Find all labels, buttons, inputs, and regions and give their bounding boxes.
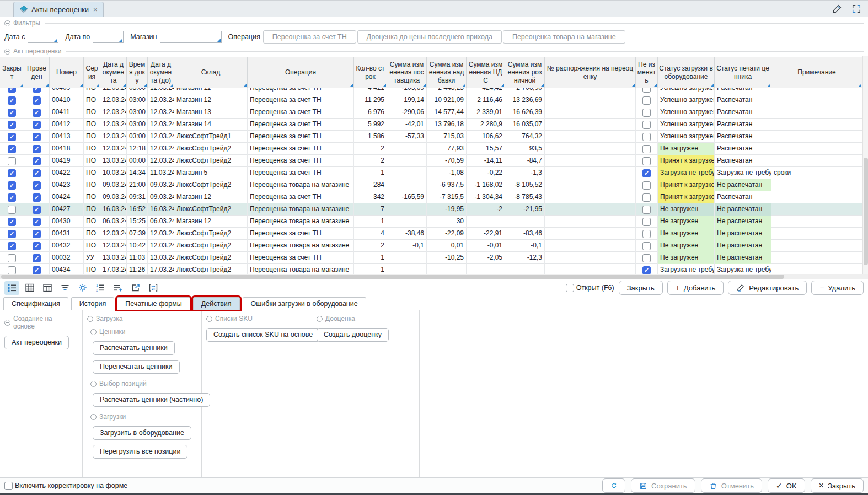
edit-pencil-icon[interactable] xyxy=(832,3,843,14)
row-checkbox-no_change[interactable] xyxy=(642,157,651,165)
row-checkbox-posted[interactable] xyxy=(33,266,41,275)
column-header[interactable]: Серия xyxy=(84,57,100,88)
row-checkbox-closed[interactable] xyxy=(8,169,16,177)
tab-akty-pereocenki[interactable]: Акты переоценки × xyxy=(13,2,104,17)
column-header[interactable]: Не изменять xyxy=(636,57,658,88)
row-checkbox-posted[interactable] xyxy=(33,109,41,117)
row-checkbox-posted[interactable] xyxy=(33,169,41,177)
column-header[interactable]: Сумма изменения розничной xyxy=(505,57,545,88)
vertical-scrollbar[interactable] xyxy=(862,56,868,274)
create-sku-list-button[interactable]: Создать список SKU на основе xyxy=(206,328,320,342)
row-checkbox-posted[interactable] xyxy=(33,121,41,129)
settings-gear-icon[interactable] xyxy=(75,281,90,295)
column-header[interactable]: Сумма изменения НДС xyxy=(467,57,505,88)
add-list-icon[interactable] xyxy=(110,281,125,295)
row-checkbox-closed[interactable] xyxy=(8,133,16,141)
collapse-icon[interactable] xyxy=(4,20,10,26)
column-header[interactable]: Склад xyxy=(174,57,248,88)
row-checkbox-posted[interactable] xyxy=(33,88,41,93)
print-price-tags-partial-button[interactable]: Распечатать ценники (частично) xyxy=(93,393,210,407)
refresh-button[interactable] xyxy=(602,478,625,493)
row-checkbox-posted[interactable] xyxy=(33,181,41,190)
tab-close-icon[interactable]: × xyxy=(93,6,98,14)
tab-deystviya[interactable]: Действия xyxy=(193,297,240,310)
cancel-button[interactable]: Отменить xyxy=(701,478,762,493)
row-checkbox-closed[interactable] xyxy=(8,157,16,165)
list-view-icon[interactable] xyxy=(4,281,19,295)
collapse-icon[interactable] xyxy=(206,316,212,322)
table-row[interactable]: 00434ПО17.03.2411:2617.03.24ЛюксСофтТрей… xyxy=(0,264,868,274)
collapse-icon[interactable] xyxy=(317,316,323,322)
numbered-list-icon[interactable]: 12 xyxy=(93,281,108,295)
column-header[interactable]: Дата документа (до) xyxy=(148,57,174,88)
collapse-icon[interactable] xyxy=(4,49,10,55)
table-row[interactable]: 00411ПО12.03.2403:0012.03.24Магазин 13Пе… xyxy=(0,106,868,119)
table-row[interactable]: 00410ПО12.03.2403:0012.03.24Магазин 12Пе… xyxy=(0,94,868,106)
row-checkbox-no_change[interactable] xyxy=(642,133,651,141)
table-row[interactable]: 00409ПО12.03.2403:0012.03.24Магазин 11Пе… xyxy=(0,88,868,94)
row-checkbox-no_change[interactable] xyxy=(642,266,651,275)
row-checkbox-closed[interactable] xyxy=(8,254,16,262)
table-row[interactable]: 00432ПО12.03.2410:4212.03.24ЛюксСофтТрей… xyxy=(0,240,868,252)
delete-button[interactable]: −Удалить xyxy=(811,281,864,295)
row-checkbox-closed[interactable] xyxy=(8,242,16,250)
date-to-input[interactable] xyxy=(93,31,124,43)
row-checkbox-closed[interactable] xyxy=(8,218,16,226)
open-f6-checkbox[interactable]: Открыт (F6) xyxy=(566,284,614,292)
reload-icon[interactable] xyxy=(146,281,160,295)
operation-filter-docenka-button[interactable]: Дооценка до цены последнего прихода xyxy=(357,30,502,44)
column-header[interactable]: Статус загрузки в оборудование xyxy=(658,57,715,88)
collapse-icon[interactable] xyxy=(90,381,97,387)
column-header[interactable]: Операция xyxy=(248,57,354,88)
close-window-button[interactable]: ×Закрыть xyxy=(811,478,864,493)
tab-oshibki-zagruzki[interactable]: Ошибки загрузки в оборудование xyxy=(243,297,366,310)
row-checkbox-no_change[interactable] xyxy=(642,96,651,105)
calendar-view-icon[interactable] xyxy=(40,281,55,295)
row-checkbox-closed[interactable] xyxy=(8,193,16,202)
row-checkbox-closed[interactable] xyxy=(8,206,16,214)
collapse-icon[interactable] xyxy=(90,329,97,335)
collapse-icon[interactable] xyxy=(87,316,93,322)
filter-icon[interactable] xyxy=(57,281,72,295)
row-checkbox-no_change[interactable] xyxy=(642,121,651,129)
open-in-new-icon[interactable] xyxy=(128,281,143,295)
row-checkbox-no_change[interactable] xyxy=(642,242,651,250)
row-checkbox-no_change[interactable] xyxy=(642,206,651,214)
row-checkbox-closed[interactable] xyxy=(8,181,16,190)
column-header[interactable]: Сумма изменения надбавки xyxy=(427,57,467,88)
horizontal-scrollbar[interactable] xyxy=(0,274,868,279)
add-button[interactable]: +Добавить xyxy=(667,281,724,295)
row-checkbox-posted[interactable] xyxy=(33,206,41,214)
collapse-icon[interactable] xyxy=(90,414,97,420)
table-row[interactable]: 00422ПО10.03.2414:3411.03.24Магазин 5Пер… xyxy=(0,167,868,179)
column-header[interactable]: Примечание xyxy=(771,57,862,88)
row-checkbox-closed[interactable] xyxy=(8,96,16,105)
table-row[interactable]: 00424ПО09.03.2409:3109.03.24Магазин 12Пе… xyxy=(0,191,868,203)
row-checkbox-closed[interactable] xyxy=(8,109,16,117)
ok-button[interactable]: ✓OK xyxy=(768,478,805,493)
tab-specifikaciya[interactable]: Спецификация xyxy=(3,297,68,310)
load-to-equipment-button[interactable]: Загрузить в оборудование xyxy=(93,426,191,440)
row-checkbox-posted[interactable] xyxy=(33,193,41,202)
row-checkbox-no_change[interactable] xyxy=(642,218,651,226)
column-header[interactable]: Дата документа xyxy=(100,57,127,88)
column-header[interactable]: Закрыт xyxy=(0,57,24,88)
operation-filter-store-button[interactable]: Переоценка товара на магазине xyxy=(503,30,625,44)
table-row[interactable]: 00431ПО12.03.2407:3912.03.24ЛюксСофтТрей… xyxy=(0,228,868,240)
table-row[interactable]: 00423ПО09.03.2421:0009.03.24ЛюксСофтТрей… xyxy=(0,179,868,191)
row-checkbox-no_change[interactable] xyxy=(642,169,651,177)
row-checkbox-posted[interactable] xyxy=(33,133,41,141)
row-checkbox-no_change[interactable] xyxy=(642,181,651,190)
row-checkbox-no_change[interactable] xyxy=(642,145,651,153)
column-header[interactable]: Статус печати ценника xyxy=(715,57,771,88)
column-header[interactable]: Кол-во строк xyxy=(354,57,387,88)
grid-view-icon[interactable] xyxy=(22,281,37,295)
tab-istoriya[interactable]: История xyxy=(71,297,114,310)
column-header[interactable]: Проведен xyxy=(24,57,50,88)
row-checkbox-posted[interactable] xyxy=(33,145,41,153)
close-act-button[interactable]: Закрыть xyxy=(619,281,663,295)
row-checkbox-closed[interactable] xyxy=(8,121,16,129)
reload-all-positions-button[interactable]: Перегрузить все позиции xyxy=(93,445,187,459)
table-row[interactable]: 00430ПО06.03.2415:2506.03.24Магазин 12Пе… xyxy=(0,216,868,228)
store-input[interactable] xyxy=(160,31,222,43)
